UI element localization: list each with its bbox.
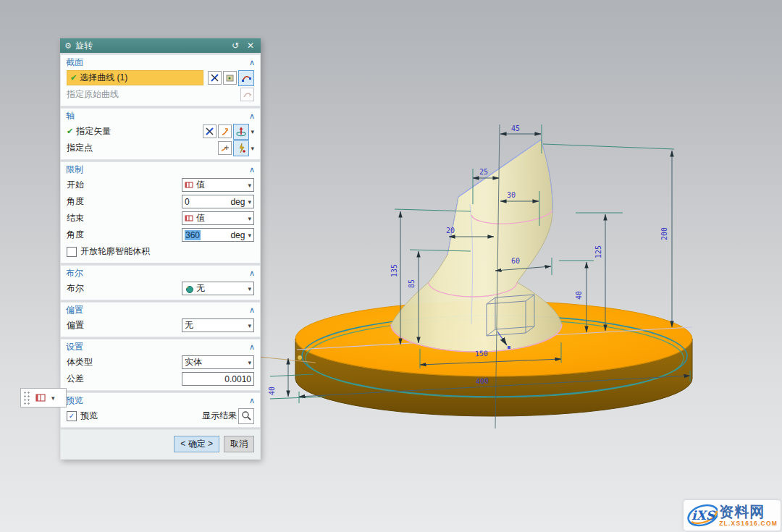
crossing-lines-icon <box>205 127 214 136</box>
dim-400[interactable]: 400 <box>476 377 489 386</box>
point-dialog-button[interactable] <box>233 140 249 156</box>
dropdown-caret-icon[interactable]: ▾ <box>248 198 251 206</box>
open-profile-checkbox[interactable] <box>67 247 77 257</box>
vector-rule-button[interactable] <box>203 124 216 138</box>
dim-40-cone[interactable]: 40 <box>575 291 583 300</box>
start-angle-value[interactable]: 0 <box>185 197 230 207</box>
chevron-up-icon[interactable]: ∧ <box>249 305 255 315</box>
end-angle-input[interactable]: 360 deg ▾ <box>182 228 254 242</box>
start-angle-input[interactable]: 0 deg ▾ <box>182 195 254 208</box>
dim-20[interactable]: 20 <box>446 227 455 235</box>
group-section-label: 截面 <box>66 56 249 69</box>
show-result-button[interactable] <box>238 408 254 424</box>
point-constructor-button[interactable] <box>218 141 232 155</box>
dropdown-caret-icon[interactable]: ▾ <box>51 394 55 402</box>
dropdown-caret-icon[interactable]: ▾ <box>248 232 251 239</box>
gear-icon: ⚙ <box>64 41 72 51</box>
group-axis-header[interactable]: 轴 ∧ <box>61 109 260 123</box>
chevron-up-icon[interactable]: ∧ <box>249 165 255 174</box>
value-book-icon <box>185 181 194 189</box>
group-limits-header[interactable]: 限制 ∧ <box>61 162 260 177</box>
dim-60[interactable]: 60 <box>511 257 520 265</box>
offset-row-label: 偏置 <box>67 319 182 332</box>
crossing-curves-icon <box>210 73 219 83</box>
dim-40-disc[interactable]: 40 <box>268 387 276 395</box>
offset-dropdown[interactable]: 无 ▾ <box>182 318 254 332</box>
dim-85[interactable]: 85 <box>408 279 416 288</box>
dropdown-caret-icon: ▾ <box>248 215 251 222</box>
chevron-up-icon[interactable]: ∧ <box>249 342 255 352</box>
magnifier-icon <box>241 410 252 421</box>
ok-button[interactable]: < 确定 > <box>174 436 219 452</box>
revolve-dialog: ⚙ 旋转 ↺ ✕ 截面 ∧ ✔ 选择曲线 (1) <box>60 38 261 460</box>
dim-150[interactable]: 150 <box>475 350 488 358</box>
sheet-select-button[interactable] <box>223 71 237 85</box>
end-mode-dropdown[interactable]: 值 ▾ <box>182 211 254 225</box>
group-offset: 偏置 ∧ 偏置 无 ▾ <box>60 302 261 337</box>
start-mode-dropdown[interactable]: 值 ▾ <box>182 178 254 192</box>
arrow-curve-icon <box>220 127 230 136</box>
dim-200[interactable]: 200 <box>660 227 668 240</box>
check-icon: ✔ <box>67 127 73 136</box>
chevron-up-icon[interactable]: ∧ <box>249 58 255 67</box>
dialog-footer: < 确定 > 取消 <box>60 429 261 460</box>
dim-25[interactable]: 25 <box>479 168 488 176</box>
origin-curve-button[interactable] <box>240 88 254 101</box>
group-settings-header[interactable]: 设置 ∧ <box>61 339 260 354</box>
cancel-button[interactable]: 取消 <box>224 436 254 452</box>
chevron-up-icon[interactable]: ∧ <box>249 396 255 405</box>
group-limits: 限制 ∧ 开始 值 ▾ 角度 0 deg <box>60 161 261 263</box>
curve-rule-button[interactable] <box>208 71 222 85</box>
offset-value: 无 <box>185 319 246 332</box>
body-type-dropdown[interactable]: 实体 ▾ <box>182 355 254 369</box>
reset-icon[interactable]: ↺ <box>230 41 241 51</box>
watermark-card: iXS 资料网 ZL.XS1616.COM <box>684 500 781 531</box>
dim-135[interactable]: 135 <box>390 264 398 277</box>
drag-handle[interactable] <box>23 391 30 405</box>
show-result-label: 显示结果 <box>202 410 237 422</box>
vector-dialog-button[interactable] <box>233 124 249 140</box>
boolean-dropdown[interactable]: 无 ▾ <box>182 282 254 295</box>
group-preview: 预览 ∧ ✓ 预览 显示结果 <box>60 392 261 428</box>
dropdown-caret-icon: ▾ <box>248 182 251 189</box>
group-axis-label: 轴 <box>66 110 249 122</box>
tolerance-input[interactable]: 0.0010 <box>182 372 254 386</box>
watermark-logo-icon: iXS <box>686 502 718 529</box>
select-curve-field[interactable]: ✔ 选择曲线 (1) <box>67 70 203 85</box>
preview-checkbox-label: 预览 <box>80 410 202 422</box>
dialog-titlebar[interactable]: ⚙ 旋转 ↺ ✕ <box>60 38 261 53</box>
dim-30[interactable]: 30 <box>507 191 516 199</box>
floating-mini-toolbar[interactable]: ▾ <box>20 388 67 408</box>
curve-points-icon <box>241 72 252 83</box>
select-curve-label: 选择曲线 (1) <box>80 72 127 84</box>
tolerance-label: 公差 <box>67 373 182 385</box>
end-angle-unit[interactable]: deg <box>230 230 245 240</box>
end-angle-value[interactable]: 360 <box>185 230 201 240</box>
tolerance-value[interactable]: 0.0010 <box>185 374 251 384</box>
sheet-icon <box>225 73 235 83</box>
sketch-section-button[interactable] <box>238 70 254 86</box>
dropdown-caret-icon[interactable]: ▾ <box>251 128 254 135</box>
dim-125[interactable]: 125 <box>594 245 602 258</box>
group-boolean-label: 布尔 <box>66 267 249 279</box>
dim-45[interactable]: 45 <box>511 124 520 132</box>
chevron-up-icon[interactable]: ∧ <box>249 269 255 278</box>
vector-constructor-button[interactable] <box>218 124 232 138</box>
group-boolean-header[interactable]: 布尔 ∧ <box>61 266 260 280</box>
end-angle-label: 角度 <box>67 229 182 241</box>
start-angle-label: 角度 <box>67 195 182 208</box>
end-label: 结束 <box>67 212 182 224</box>
revolve-preview-solid[interactable] <box>391 140 562 352</box>
group-settings: 设置 ∧ 体类型 实体 ▾ 公差 0.0010 <box>60 339 261 391</box>
chevron-up-icon[interactable]: ∧ <box>249 111 255 121</box>
group-section-header[interactable]: 截面 ∧ <box>61 55 260 69</box>
value-book-icon <box>185 214 194 222</box>
group-offset-header[interactable]: 偏置 ∧ <box>61 303 260 317</box>
dropdown-caret-icon[interactable]: ▾ <box>251 145 254 152</box>
group-section: 截面 ∧ ✔ 选择曲线 (1) <box>60 54 261 106</box>
start-angle-unit[interactable]: deg <box>230 197 245 207</box>
group-preview-header[interactable]: 预览 ∧ <box>61 393 260 408</box>
close-icon[interactable]: ✕ <box>245 41 256 51</box>
preview-checkbox[interactable]: ✓ <box>67 411 77 421</box>
group-axis: 轴 ∧ ✔ 指定矢量 <box>60 108 261 160</box>
